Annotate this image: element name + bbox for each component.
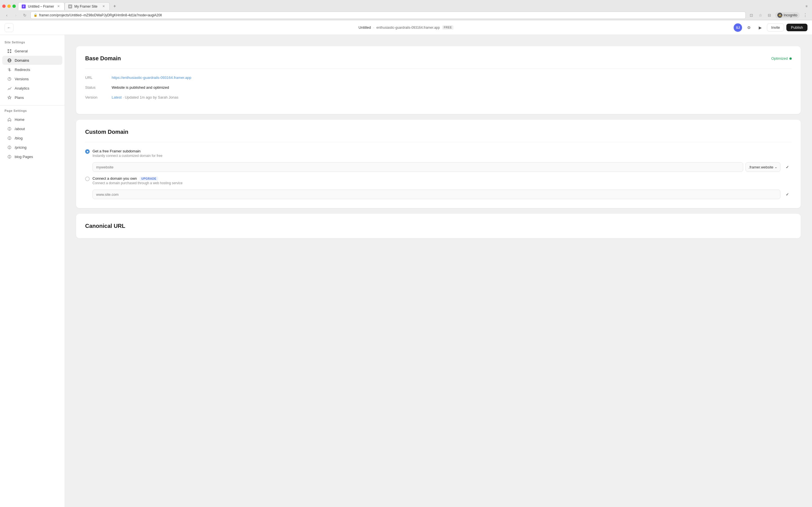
close-traffic-light[interactable]: [2, 4, 6, 8]
sidebar-item-general[interactable]: General: [2, 47, 62, 55]
sidebar-item-about[interactable]: /about: [2, 124, 62, 133]
subdomain-input[interactable]: [93, 162, 743, 172]
user-avatar[interactable]: SJ: [733, 23, 742, 32]
new-tab-button[interactable]: +: [111, 2, 119, 10]
sidebar-item-blog-pages[interactable]: blog Pages: [2, 152, 62, 161]
status-field-row: Status Website is published and optimize…: [85, 86, 792, 90]
redirects-label: Redirects: [15, 68, 30, 72]
free-subdomain-desc: Instantly connect a customized domain fo…: [93, 154, 162, 158]
optimized-label: Optimized: [771, 56, 788, 61]
address-text: framer.com/projects/Untitled--mZ98oDWaPJ…: [39, 13, 162, 17]
home-label: Home: [15, 117, 24, 122]
blog-icon: [7, 135, 12, 140]
incognito-label: Incognito: [783, 13, 797, 17]
versions-label: Versions: [15, 77, 29, 81]
preview-button[interactable]: ▶: [756, 23, 765, 32]
back-to-projects-button[interactable]: ←: [4, 23, 13, 32]
status-label: Status: [85, 86, 105, 90]
url-link[interactable]: https://enthusiastic-guardrails-093164.f…: [112, 75, 192, 80]
version-value: Latest · Updated 1m ago by Sarah Jonas: [112, 95, 179, 100]
about-icon: [7, 126, 12, 131]
subdomain-suffix-select[interactable]: .framer.website ⌄: [746, 162, 780, 172]
sidebar-item-domains[interactable]: Domains: [2, 56, 62, 65]
general-icon: [7, 48, 12, 54]
sidebar-item-analytics[interactable]: Analytics: [2, 83, 62, 93]
app-header: ← Untitled · enthusiastic-guardrails-093…: [0, 20, 812, 35]
main-content: Site Settings General Domains Redirects: [0, 35, 812, 507]
own-domain-radio[interactable]: [85, 177, 90, 181]
free-subdomain-radio[interactable]: [85, 149, 90, 154]
tab-bar: F Untitled – Framer ✕ M My Framer Site ✕…: [0, 0, 812, 10]
tab-my-framer-site[interactable]: M My Framer Site ✕: [64, 2, 110, 10]
pricing-label: /pricing: [15, 145, 27, 150]
back-arrow-icon: ←: [7, 25, 11, 30]
analytics-label: Analytics: [15, 86, 29, 91]
domains-label: Domains: [15, 58, 29, 62]
content-area: Base Domain Optimized URL https://enthus…: [65, 35, 812, 507]
forward-button[interactable]: ›: [12, 12, 19, 18]
tab-framer-editor[interactable]: F Untitled – Framer ✕: [18, 2, 64, 10]
upgrade-badge: UPGRADE: [140, 177, 158, 181]
home-icon: [7, 117, 12, 122]
project-title: Untitled: [358, 25, 371, 30]
minimize-traffic-light[interactable]: [7, 4, 11, 8]
publish-button[interactable]: Publish: [786, 24, 808, 31]
header-actions: SJ ⚙ ▶ Invite Publish: [733, 23, 808, 32]
sidebar-item-pricing[interactable]: /pricing: [2, 143, 62, 152]
plans-icon: [7, 95, 12, 100]
sidebar: Site Settings General Domains Redirects: [0, 35, 65, 507]
invite-button[interactable]: Invite: [767, 23, 784, 32]
more-options-icon[interactable]: ⋮: [802, 12, 809, 18]
fullscreen-traffic-light[interactable]: [12, 4, 16, 8]
domains-icon: [7, 58, 12, 63]
bookmark-icon[interactable]: ☆: [757, 12, 764, 18]
settings-button[interactable]: ⚙: [744, 23, 753, 32]
sidebar-item-redirects[interactable]: Redirects: [2, 65, 62, 74]
back-button[interactable]: ‹: [3, 12, 10, 18]
tab-expand-button[interactable]: ≡: [803, 3, 810, 9]
versions-icon: [7, 76, 12, 81]
subdomain-confirm-button[interactable]: ✓: [783, 163, 792, 172]
plan-badge: FREE: [442, 25, 454, 30]
base-domain-title: Base Domain: [85, 55, 121, 62]
version-link[interactable]: Latest: [112, 95, 121, 100]
custom-domain-divider: [85, 142, 792, 142]
incognito-icon: 🕵: [777, 13, 782, 18]
version-meta: · Updated 1m ago by Sarah Jonas: [123, 95, 178, 100]
tab-label-site: My Framer Site: [74, 4, 98, 8]
status-dot: [790, 57, 792, 60]
address-bar[interactable]: 🔒 framer.com/projects/Untitled--mZ98oDWa…: [31, 11, 746, 19]
own-domain-label: Connect a domain you own UPGRADE: [93, 176, 183, 180]
canonical-url-title: Canonical URL: [85, 223, 792, 229]
plans-label: Plans: [15, 96, 24, 100]
subdomain-suffix-text: .framer.website: [749, 165, 773, 169]
project-domain: enthusiastic-guardrails-093164.framer.ap…: [376, 25, 440, 30]
cast-icon[interactable]: ⊡: [748, 12, 755, 18]
sidebar-divider: [0, 105, 64, 106]
traffic-lights: [2, 4, 16, 8]
sidebar-item-versions[interactable]: Versions: [2, 74, 62, 83]
header-separator: ·: [373, 25, 374, 30]
canonical-url-card: Canonical URL: [76, 214, 801, 238]
blog-label: /blog: [15, 136, 22, 140]
blog-pages-icon: [7, 154, 12, 159]
incognito-badge[interactable]: 🕵 Incognito: [775, 12, 800, 18]
tab-close-framer[interactable]: ✕: [56, 4, 61, 9]
tab-label-framer: Untitled – Framer: [28, 4, 54, 8]
svg-rect-2: [8, 52, 9, 53]
own-domain-input[interactable]: [93, 189, 780, 199]
refresh-button[interactable]: ↻: [21, 12, 28, 18]
tab-favicon-framer: F: [22, 4, 26, 8]
svg-rect-1: [10, 49, 11, 51]
analytics-icon: [7, 86, 12, 91]
own-domain-option: Connect a domain you own UPGRADE Connect…: [85, 176, 792, 185]
profile-icon[interactable]: ⊟: [766, 12, 773, 18]
version-field-row: Version Latest · Updated 1m ago by Sarah…: [85, 95, 792, 100]
tab-close-site[interactable]: ✕: [101, 4, 106, 9]
sidebar-item-plans[interactable]: Plans: [2, 93, 62, 102]
base-domain-divider: [85, 68, 792, 69]
tab-favicon-site: M: [68, 4, 72, 8]
sidebar-item-home[interactable]: Home: [2, 115, 62, 124]
own-domain-confirm-button[interactable]: ✓: [783, 190, 792, 199]
sidebar-item-blog[interactable]: /blog: [2, 133, 62, 143]
